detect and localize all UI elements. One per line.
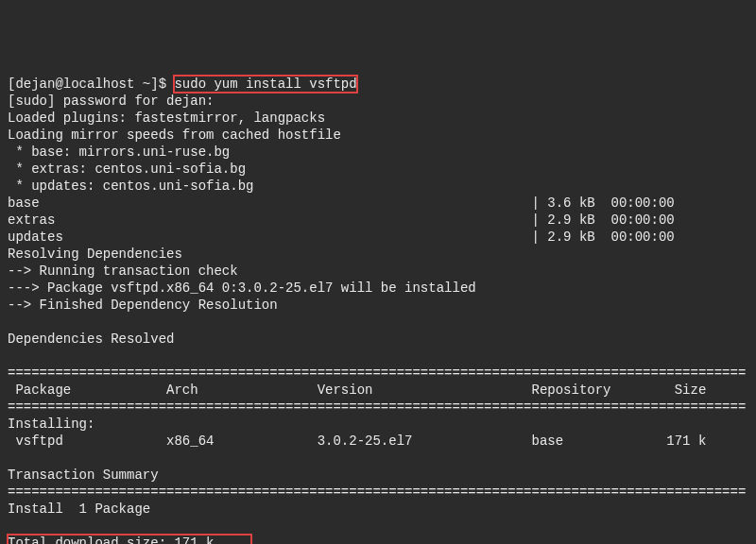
- sudo-password-line: [sudo] password for dejan:: [8, 93, 748, 110]
- mirror-load-line: Loading mirror speeds from cached hostfi…: [8, 127, 748, 144]
- prompt-line: [dejan@localhost ~]$ sudo yum install vs…: [8, 76, 748, 93]
- mirror-extras-line: * extras: centos.uni-sofia.bg: [8, 161, 748, 178]
- mirror-base-line: * base: mirrors.uni-ruse.bg: [8, 144, 748, 161]
- install-count-line: Install 1 Package: [8, 501, 748, 518]
- ruler-mid: ========================================…: [8, 399, 748, 416]
- command-highlight: sudo yum install vsftpd: [174, 76, 356, 93]
- repo-base-line: base | 3.6 kB 00:00:00: [8, 195, 748, 212]
- trans-check-line: --> Running transaction check: [8, 263, 748, 280]
- prompt-user-host: [dejan@localhost ~]$: [8, 76, 174, 92]
- blank-line: [8, 314, 748, 331]
- blank-line-4: [8, 518, 748, 535]
- blank-line-3: [8, 450, 748, 467]
- resolving-line: Resolving Dependencies: [8, 246, 748, 263]
- repo-extras-line: extras | 2.9 kB 00:00:00: [8, 212, 748, 229]
- blank-line-2: [8, 348, 748, 365]
- finished-line: --> Finished Dependency Resolution: [8, 297, 748, 314]
- plugins-line: Loaded plugins: fastestmirror, langpacks: [8, 110, 748, 127]
- mirror-updates-line: * updates: centos.uni-sofia.bg: [8, 178, 748, 195]
- command-text: sudo yum install vsftpd: [174, 76, 356, 92]
- download-size-line: Total download size: 171 k: [8, 535, 214, 544]
- installing-label: Installing:: [8, 416, 748, 433]
- table-header: Package Arch Version Repository Size: [8, 382, 748, 399]
- ruler-top: ========================================…: [8, 365, 748, 382]
- trans-summary-line: Transaction Summary: [8, 467, 748, 484]
- repo-updates-line: updates | 2.9 kB 00:00:00: [8, 229, 748, 246]
- package-row: vsftpd x86_64 3.0.2-25.el7 base 171 k: [8, 433, 748, 450]
- deps-resolved-line: Dependencies Resolved: [8, 331, 748, 348]
- pkg-install-line: ---> Package vsftpd.x86_64 0:3.0.2-25.el…: [8, 280, 748, 297]
- ruler-bottom: ========================================…: [8, 484, 748, 501]
- confirm-highlight-box: Total download size: 171 kInstalled size…: [8, 535, 251, 544]
